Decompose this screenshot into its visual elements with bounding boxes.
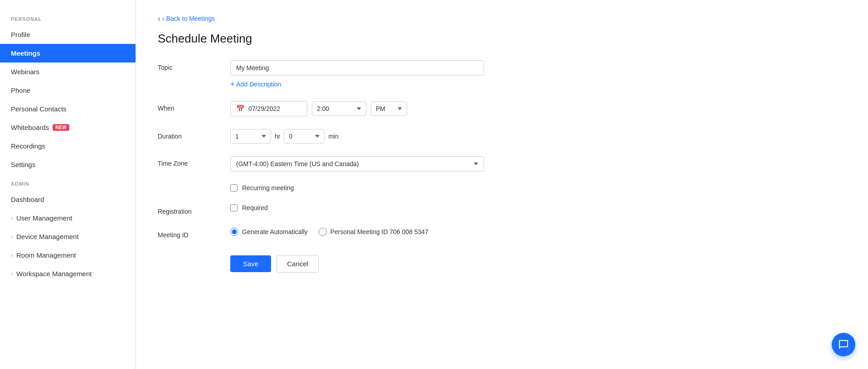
button-row: Save Cancel <box>230 255 548 273</box>
duration-min-select[interactable]: 0 15 30 45 <box>284 129 325 144</box>
topic-label: Topic <box>158 60 230 71</box>
add-description-label: Add Description <box>236 81 281 88</box>
time-select[interactable]: 1:00 1:30 2:00 2:30 3:00 <box>312 101 366 116</box>
sidebar-item-whiteboards[interactable]: Whiteboards NEW <box>0 118 136 137</box>
sidebar-item-label: Settings <box>11 161 35 168</box>
sidebar-item-label: Personal Contacts <box>11 105 67 113</box>
recurring-control-area: Recurring meeting <box>230 184 548 192</box>
sidebar-item-room-management[interactable]: › Room Management <box>0 246 136 264</box>
generate-auto-radio[interactable] <box>230 228 238 236</box>
meeting-id-radio-group: Generate Automatically Personal Meeting … <box>230 228 548 236</box>
required-checkbox[interactable] <box>230 204 238 211</box>
sidebar-item-label: Webinars <box>11 68 39 76</box>
add-description-link[interactable]: + Add Description <box>230 80 548 88</box>
min-label: min <box>328 133 339 140</box>
date-value: 07/29/2022 <box>248 105 280 112</box>
sidebar-item-label: Dashboard <box>11 196 44 203</box>
when-label: When <box>158 101 230 112</box>
save-button[interactable]: Save <box>230 255 271 272</box>
generate-auto-option[interactable]: Generate Automatically <box>230 228 308 236</box>
chat-fab-button[interactable] <box>832 333 855 356</box>
sidebar-item-profile[interactable]: Profile <box>0 25 136 44</box>
personal-meeting-option[interactable]: Personal Meeting ID 706 008 5347 <box>319 228 428 236</box>
chevron-icon: › <box>11 271 13 277</box>
duration-row: Duration 0 1 2 3 4 5 hr 0 15 30 45 m <box>158 129 548 144</box>
timezone-control-area: (GMT-4:00) Eastern Time (US and Canada) … <box>230 156 548 172</box>
personal-meeting-label: Personal Meeting ID 706 008 5347 <box>330 228 428 235</box>
main-content: ‹ Back to Meetings Schedule Meeting Topi… <box>136 0 868 369</box>
hr-label: hr <box>275 133 280 140</box>
duration-control-area: 0 1 2 3 4 5 hr 0 15 30 45 min <box>230 129 548 144</box>
sidebar-item-user-management[interactable]: › User Management <box>0 209 136 227</box>
timezone-row: Time Zone (GMT-4:00) Eastern Time (US an… <box>158 156 548 172</box>
sidebar-item-label: Phone <box>11 86 30 94</box>
when-control-area: 📅 07/29/2022 1:00 1:30 2:00 2:30 3:00 AM… <box>230 101 548 116</box>
sidebar-item-phone[interactable]: Phone <box>0 81 136 100</box>
sidebar-item-settings[interactable]: Settings <box>0 155 136 174</box>
recurring-label: Recurring meeting <box>242 184 294 192</box>
topic-control-area: + Add Description <box>230 60 548 88</box>
required-checkbox-row[interactable]: Required <box>230 204 548 211</box>
sidebar-item-meetings[interactable]: Meetings <box>0 44 136 62</box>
sidebar: PERSONAL Profile Meetings Webinars Phone… <box>0 0 136 369</box>
when-row: When 📅 07/29/2022 1:00 1:30 2:00 2:30 3:… <box>158 101 548 116</box>
sidebar-item-dashboard[interactable]: Dashboard <box>0 190 136 209</box>
registration-control-area: Required <box>230 204 548 211</box>
recurring-row: Recurring meeting <box>158 184 548 192</box>
topic-input[interactable] <box>230 60 484 76</box>
cancel-button[interactable]: Cancel <box>276 255 319 273</box>
registration-label: Registration <box>158 204 230 215</box>
duration-label: Duration <box>158 129 230 140</box>
chevron-icon: › <box>11 252 13 259</box>
chevron-icon: › <box>11 234 13 240</box>
sidebar-item-label: Recordings <box>11 142 45 150</box>
sidebar-item-recordings[interactable]: Recordings <box>0 137 136 155</box>
page-title: Schedule Meeting <box>158 32 846 46</box>
recurring-checkbox[interactable] <box>230 184 238 192</box>
calendar-icon: 📅 <box>236 105 245 113</box>
sidebar-item-label: Profile <box>11 31 30 38</box>
personal-meeting-radio[interactable] <box>319 228 327 236</box>
date-picker[interactable]: 📅 07/29/2022 <box>230 101 307 116</box>
generate-auto-label: Generate Automatically <box>242 228 308 235</box>
chat-icon <box>838 339 849 350</box>
plus-icon: + <box>230 80 234 88</box>
registration-row: Registration Required <box>158 204 548 215</box>
chevron-icon: › <box>11 215 13 221</box>
sidebar-item-label: Room Management <box>16 251 76 259</box>
sidebar-item-webinars[interactable]: Webinars <box>0 62 136 81</box>
sidebar-item-workspace-management[interactable]: › Workspace Management <box>0 264 136 283</box>
sidebar-item-label: Whiteboards <box>11 124 49 131</box>
topic-row: Topic + Add Description <box>158 60 548 88</box>
button-row-wrapper: Save Cancel <box>158 251 548 273</box>
duration-controls: 0 1 2 3 4 5 hr 0 15 30 45 min <box>230 129 548 144</box>
sidebar-item-personal-contacts[interactable]: Personal Contacts <box>0 100 136 118</box>
meeting-id-control-area: Generate Automatically Personal Meeting … <box>230 228 548 236</box>
timezone-label: Time Zone <box>158 156 230 167</box>
sidebar-item-label: Workspace Management <box>16 270 92 278</box>
timezone-select[interactable]: (GMT-4:00) Eastern Time (US and Canada) … <box>230 156 484 172</box>
recurring-checkbox-row[interactable]: Recurring meeting <box>230 184 548 192</box>
ampm-select[interactable]: AM PM <box>371 101 407 116</box>
button-control-area: Save Cancel <box>230 251 548 273</box>
sidebar-item-label: User Management <box>16 214 72 222</box>
admin-section-label: ADMIN <box>0 174 136 190</box>
sidebar-item-device-management[interactable]: › Device Management <box>0 227 136 246</box>
duration-hr-select[interactable]: 0 1 2 3 4 5 <box>230 129 271 144</box>
sidebar-item-label: Meetings <box>11 49 40 57</box>
required-label: Required <box>242 204 268 211</box>
when-controls: 📅 07/29/2022 1:00 1:30 2:00 2:30 3:00 AM… <box>230 101 548 116</box>
sidebar-item-label: Device Management <box>16 233 79 240</box>
meeting-id-label: Meeting ID <box>158 228 230 239</box>
meeting-id-row: Meeting ID Generate Automatically Person… <box>158 228 548 239</box>
new-badge: NEW <box>53 124 69 131</box>
back-to-meetings-link[interactable]: ‹ Back to Meetings <box>158 14 215 23</box>
button-spacer <box>158 251 230 255</box>
personal-section-label: PERSONAL <box>0 9 136 25</box>
